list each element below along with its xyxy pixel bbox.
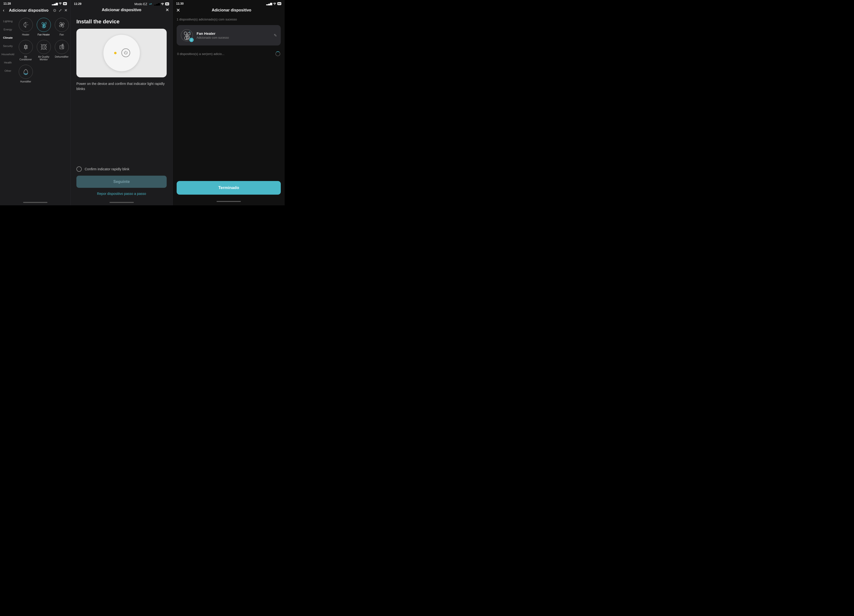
battery-panel2: 84 — [165, 2, 169, 5]
list-item[interactable]: Air Conditioner — [18, 39, 34, 62]
time-panel1: 11:28 — [3, 2, 11, 5]
fan-heater-icon-wrapper: ✓ — [180, 29, 193, 41]
air-conditioner-label: Air Conditioner — [19, 55, 33, 61]
air-quality-icon-circle — [37, 40, 51, 54]
pending-row: 0 dispositivo(s) a ser(em) adicio... — [177, 49, 281, 58]
svg-rect-15 — [60, 46, 64, 49]
sidebar-item-lighting[interactable]: Lighting — [0, 17, 16, 25]
edit-icon[interactable]: ✎ — [274, 33, 277, 38]
panel3-status-bar: 11:30 ▂▄▆ 84 — [173, 0, 285, 6]
dehumidifier-icon-circle — [55, 40, 69, 54]
panel2-status-bar: 11:29 Modo EZ ⇌ ▂▄▆ 84 — [70, 0, 172, 7]
close-icon-panel2[interactable]: ✕ — [165, 7, 169, 13]
seguinte-button[interactable]: Seguinte — [76, 176, 167, 188]
wifi-icon-p3 — [273, 2, 276, 5]
fan-heater-icon-circle — [37, 18, 51, 32]
repor-link[interactable]: Repor dispositivo passo a passo — [76, 192, 167, 195]
status-icons-panel1: ▂▄▆ 84 — [52, 2, 67, 5]
battery-panel3: 84 — [278, 2, 281, 5]
humidifier-icon-circle — [19, 65, 33, 79]
power-icon — [121, 49, 130, 57]
time-panel2: 11:29 — [74, 2, 81, 6]
humidifier-label: Humidifier — [20, 80, 31, 83]
panel1-content: Lighting Energy Climate Security Househo… — [0, 15, 70, 200]
list-item[interactable]: Heater — [18, 17, 34, 37]
panel2-body: Install the device Power on the device a… — [70, 15, 172, 200]
indicator-dot — [114, 52, 117, 54]
panel-success: 11:30 ▂▄▆ 84 ✕ Adicionar dispositivo 1 d… — [173, 0, 285, 205]
scan-icon[interactable]: ⊙ — [53, 8, 56, 13]
sidebar-item-other[interactable]: Other — [0, 67, 16, 75]
svg-point-19 — [62, 44, 63, 45]
terminado-button[interactable]: Terminado — [177, 181, 281, 195]
status-bar-panel1: 11:28 ▂▄▆ 84 — [0, 0, 70, 6]
confirm-radio[interactable] — [76, 166, 82, 172]
sidebar-item-energy[interactable]: Energy — [0, 26, 16, 34]
svg-line-2 — [27, 22, 27, 23]
sidebar-item-health[interactable]: Health — [0, 59, 16, 66]
battery-panel1: 84 — [63, 2, 67, 5]
confirm-row: Confirm indicator rapidly blink — [76, 166, 167, 172]
status-icons-panel2: ▂▄▆ 84 — [154, 2, 169, 6]
fan-label: Fan — [59, 34, 64, 36]
signal-icon-p3: ▂▄▆ — [266, 2, 272, 5]
close-icon-panel1[interactable]: ✕ — [64, 8, 67, 13]
panel2-title-row: Adicionar dispositivo ✕ — [70, 7, 172, 15]
sidebar-item-household[interactable]: Household — [0, 50, 16, 58]
success-count: 1 dispositivo(s) adicionado(s) com suces… — [177, 18, 281, 21]
svg-point-14 — [43, 46, 45, 48]
home-indicator-panel3 — [173, 198, 285, 204]
panel-install-device: 11:29 Modo EZ ⇌ ▂▄▆ 84 Adicionar disposi… — [70, 0, 173, 205]
device-preview-inner — [104, 35, 140, 71]
panel1-title: Adicionar dispositivo — [6, 8, 52, 13]
sidebar-nav: Lighting Energy Climate Security Househo… — [0, 15, 16, 200]
air-conditioner-icon-circle — [19, 40, 33, 54]
success-device-name: Fan Heater — [197, 31, 270, 35]
heater-icon-circle — [19, 18, 33, 32]
panel3-title: Adicionar dispositivo — [182, 8, 281, 12]
list-item[interactable]: Fan Heater — [36, 17, 52, 37]
panel-device-list: 11:28 ▂▄▆ 84 ‹ Adicionar dispositivo ⊙ ⤢… — [0, 0, 70, 205]
panel1-header-icons: ⊙ ⤢ ✕ — [53, 8, 67, 13]
svg-line-5 — [46, 22, 46, 22]
device-grid: Heater Fan Heater — [16, 15, 70, 200]
panel1-header: ‹ Adicionar dispositivo ⊙ ⤢ ✕ — [0, 6, 70, 15]
sidebar-item-climate[interactable]: Climate — [0, 34, 16, 41]
status-icons-panel3: ▂▄▆ 84 — [266, 2, 281, 5]
home-indicator-panel1 — [0, 200, 70, 205]
list-item[interactable]: Air Quality Monitor — [36, 39, 52, 62]
install-description: Power on the device and confirm that ind… — [76, 81, 167, 91]
signal-icon-p2: ▂▄▆ — [154, 2, 160, 6]
success-info: Fan Heater Adicionado com sucesso — [197, 31, 270, 40]
close-icon-panel3[interactable]: ✕ — [176, 7, 180, 13]
signal-icon: ▂▄▆ — [52, 2, 58, 5]
dehumidifier-label: Dehumidifier — [55, 55, 69, 58]
install-title: Install the device — [76, 18, 167, 25]
pending-text: 0 dispositivo(s) a ser(em) adicio... — [177, 52, 224, 56]
fan-heater-label: Fan Heater — [38, 34, 50, 36]
spinner-icon — [275, 51, 280, 56]
heater-label: Heater — [22, 34, 29, 36]
air-quality-label: Air Quality Monitor — [37, 55, 51, 61]
fan-icon-circle — [55, 18, 69, 32]
list-item[interactable]: Fan — [54, 17, 70, 37]
success-card: ✓ Fan Heater Adicionado com sucesso ✎ — [177, 25, 281, 46]
sidebar-item-security[interactable]: Security — [0, 42, 16, 50]
swap-icon[interactable]: ⇌ — [149, 2, 152, 6]
mode-ez-label: Modo EZ — [134, 2, 147, 6]
success-device-status: Adicionado com sucesso — [197, 36, 270, 40]
list-item[interactable]: Dehumidifier — [54, 39, 70, 62]
panel3-header: ✕ Adicionar dispositivo — [173, 6, 285, 15]
check-badge: ✓ — [189, 38, 194, 42]
svg-point-12 — [24, 46, 27, 49]
home-indicator-panel2 — [70, 200, 172, 205]
confirm-label: Confirm indicator rapidly blink — [85, 167, 130, 171]
list-item[interactable]: Humidifier — [18, 64, 34, 84]
panel2-header-right: Modo EZ ⇌ ▂▄▆ 84 — [134, 2, 169, 6]
wifi-icon-p2 — [161, 2, 164, 5]
expand-icon[interactable]: ⤢ — [59, 8, 62, 13]
time-panel3: 11:30 — [176, 2, 184, 5]
device-preview-card — [76, 29, 167, 77]
back-button[interactable]: ‹ — [3, 8, 5, 13]
wifi-icon — [59, 2, 62, 5]
